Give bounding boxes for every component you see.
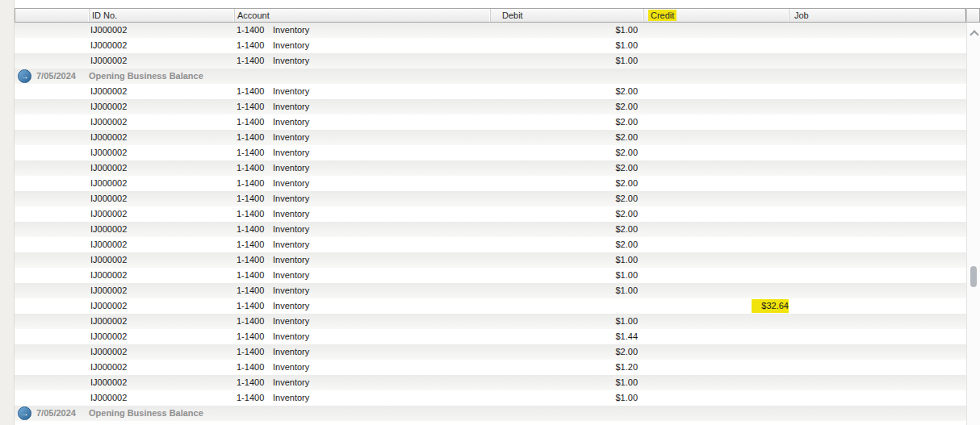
table-row[interactable]: IJ0000021-1400Inventory$2.00 (15, 84, 966, 99)
cell-expander (15, 314, 89, 329)
cell-job (789, 222, 966, 237)
table-row[interactable]: IJ0000021-1400Inventory$2.00 (15, 115, 966, 130)
column-header-credit[interactable]: Credit (644, 9, 789, 22)
account-number: 1-1400 (237, 314, 273, 329)
table-row[interactable]: IJ0000021-1400Inventory$1.00 (15, 375, 966, 390)
cell-account: 1-1400Inventory (234, 115, 490, 130)
account-number: 1-1400 (237, 329, 273, 344)
cell-debit: $1.00 (490, 314, 643, 329)
cell-expander (15, 115, 89, 130)
cell-job (789, 53, 966, 69)
detail-arrow-icon[interactable]: → (18, 69, 31, 83)
table-row[interactable]: IJ0000021-1400Inventory$2.00 (15, 130, 966, 145)
cell-expander (15, 390, 89, 406)
account-name: Inventory (273, 240, 309, 249)
account-number: 1-1400 (237, 99, 273, 115)
cell-expander (15, 268, 89, 283)
table-row[interactable]: IJ0000021-1400Inventory$2.00 (15, 160, 966, 176)
cell-id: IJ000002 (89, 222, 234, 237)
table-row[interactable]: IJ0000021-1400Inventory$1.00 (15, 268, 966, 283)
account-number: 1-1400 (237, 206, 273, 222)
cell-debit: $1.00 (490, 252, 643, 268)
cell-credit (643, 176, 789, 191)
table-row[interactable]: IJ0000021-1400Inventory$2.00 (15, 344, 966, 360)
account-name: Inventory (273, 393, 309, 402)
table-row[interactable]: IJ0000021-1400Inventory$1.20 (15, 360, 966, 375)
cell-account: 1-1400Inventory (234, 176, 490, 191)
column-header-id[interactable]: ID No. (90, 9, 235, 22)
cell-id: IJ000002 (89, 390, 234, 406)
group-row[interactable]: →7/05/2024Opening Business Balance (15, 406, 966, 421)
column-header-job[interactable]: Job (789, 9, 965, 22)
cell-expander (15, 160, 89, 176)
cell-job (789, 38, 966, 53)
cell-debit: $2.00 (490, 99, 643, 115)
cell-expander (15, 375, 89, 390)
cell-credit (643, 222, 789, 237)
table-row[interactable]: IJ0000021-1400Inventory$2.00 (15, 145, 966, 160)
cell-account: 1-1400Inventory (234, 268, 490, 283)
cell-account: 1-1400Inventory (234, 160, 490, 176)
cell-debit: $1.00 (490, 38, 643, 53)
table-body: IJ0000021-1400Inventory$1.00IJ0000021-14… (15, 23, 966, 421)
cell-credit (643, 375, 789, 390)
account-name: Inventory (273, 194, 309, 203)
cell-expander (15, 344, 89, 360)
scrollbar-thumb[interactable] (970, 266, 977, 287)
table-row[interactable]: IJ0000021-1400Inventory$1.00 (15, 390, 966, 406)
cell-id: IJ000002 (89, 84, 234, 99)
account-number: 1-1400 (237, 390, 273, 406)
table-row[interactable]: IJ0000021-1400Inventory$1.44 (15, 329, 966, 344)
cell-expander (15, 38, 89, 53)
table-row[interactable]: IJ0000021-1400Inventory$2.00 (15, 222, 966, 237)
cell-id: IJ000002 (89, 145, 234, 160)
group-row[interactable]: →7/05/2024Opening Business Balance (15, 69, 966, 84)
cell-id: IJ000002 (89, 237, 234, 252)
table-row[interactable]: IJ0000021-1400Inventory$1.00 (15, 283, 966, 298)
cell-debit: $1.00 (490, 390, 643, 406)
account-number: 1-1400 (237, 360, 273, 375)
cell-id: IJ000002 (89, 252, 234, 268)
cell-id: IJ000002 (89, 298, 234, 314)
table-row[interactable]: IJ0000021-1400Inventory$1.00 (15, 53, 966, 69)
column-header-account[interactable]: Account (235, 9, 491, 22)
account-number: 1-1400 (237, 268, 273, 283)
cell-job (789, 329, 966, 344)
column-header-expander[interactable] (15, 9, 90, 22)
cell-expander (15, 99, 89, 115)
cell-job (789, 314, 966, 329)
highlight-marker: Credit (648, 10, 676, 21)
table-row[interactable]: IJ0000021-1400Inventory$2.00 (15, 206, 966, 222)
cell-id: IJ000002 (89, 206, 234, 222)
table-row[interactable]: IJ0000021-1400Inventory$2.00 (15, 176, 966, 191)
cell-credit (643, 115, 789, 130)
cell-account: 1-1400Inventory (234, 344, 490, 360)
table-row[interactable]: IJ0000021-1400Inventory$1.00 (15, 38, 966, 53)
cell-job (789, 298, 966, 314)
cell-credit (643, 23, 789, 38)
cell-account: 1-1400Inventory (234, 206, 490, 222)
table-row[interactable]: IJ0000021-1400Inventory$1.00 (15, 314, 966, 329)
table-row[interactable]: IJ0000021-1400Inventory$2.00 (15, 237, 966, 252)
cell-credit: $32.64 (643, 298, 789, 314)
account-number: 1-1400 (237, 283, 273, 298)
table-row[interactable]: IJ0000021-1400Inventory$32.64 (15, 298, 966, 314)
cell-credit (643, 145, 789, 160)
account-name: Inventory (273, 132, 309, 142)
cell-job (789, 130, 966, 145)
chevron-up-icon[interactable] (970, 30, 978, 39)
cell-credit (643, 206, 789, 222)
cell-job (789, 206, 966, 222)
vertical-scrollbar[interactable] (966, 23, 980, 425)
cell-id: IJ000002 (89, 268, 234, 283)
cell-debit: $1.00 (490, 268, 643, 283)
table-row[interactable]: IJ0000021-1400Inventory$1.00 (15, 23, 966, 38)
cell-expander (15, 176, 89, 191)
table-row[interactable]: IJ0000021-1400Inventory$2.00 (15, 191, 966, 206)
table-row[interactable]: IJ0000021-1400Inventory$1.00 (15, 252, 966, 268)
cell-expander (15, 252, 89, 268)
column-header-debit[interactable]: Debit (491, 9, 644, 22)
detail-arrow-icon[interactable]: → (18, 406, 31, 420)
table-row[interactable]: IJ0000021-1400Inventory$2.00 (15, 99, 966, 115)
cell-id: IJ000002 (89, 38, 234, 53)
